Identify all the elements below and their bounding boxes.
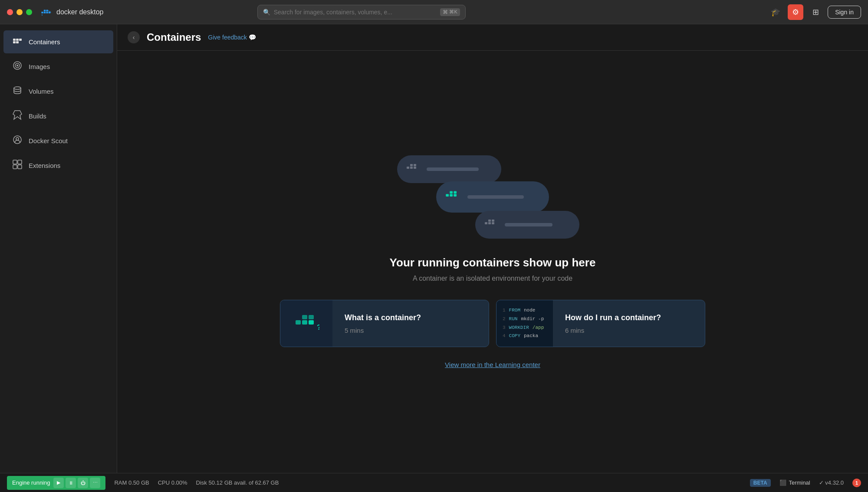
empty-state: Your running containers show up here A c… — [117, 51, 868, 473]
search-bar[interactable]: 🔍 Search for images, containers, volumes… — [257, 5, 466, 20]
engine-status: Engine running ▶ ⏸ ⏻ ⋯ — [7, 476, 105, 490]
svg-point-17 — [16, 138, 19, 140]
empty-subtitle: A container is an isolated environment f… — [413, 275, 572, 282]
settings-button[interactable]: ⚙ — [788, 4, 803, 20]
svg-rect-2 — [46, 11, 48, 13]
svg-rect-7 — [13, 39, 16, 41]
view-more-link[interactable]: View more in the Learning center — [445, 361, 540, 368]
svg-rect-18 — [13, 160, 17, 164]
sidebar-item-label: Docker Scout — [29, 137, 68, 144]
feedback-icon: 💬 — [249, 34, 256, 41]
svg-rect-23 — [410, 167, 413, 169]
terminal-button[interactable]: ⬛ Terminal — [779, 479, 810, 486]
ram-info: RAM 0.50 GB — [114, 479, 149, 486]
terminal-label: Terminal — [789, 479, 810, 486]
svg-rect-9 — [19, 39, 22, 41]
content-header: ‹ Containers Give feedback 💬 — [117, 24, 868, 51]
code-line-1: 1 FROM node — [503, 306, 547, 315]
svg-rect-36 — [492, 220, 494, 222]
svg-rect-34 — [492, 222, 494, 224]
cards-row: ? What is a container? 5 mins 1 FROM — [280, 300, 705, 347]
graduate-button[interactable]: 🎓 — [768, 4, 783, 20]
svg-rect-19 — [18, 160, 22, 164]
code-line-4: 4 COPY packa — [503, 332, 547, 341]
svg-rect-11 — [16, 41, 19, 43]
sidebar-item-images[interactable]: Images — [3, 55, 113, 78]
terminal-icon: ⬛ — [779, 479, 786, 486]
sidebar-item-label: Images — [29, 63, 50, 70]
svg-point-14 — [16, 65, 18, 66]
svg-rect-28 — [450, 194, 453, 197]
svg-rect-25 — [410, 164, 413, 166]
sidebar-item-containers[interactable]: Containers — [3, 30, 113, 53]
svg-rect-32 — [485, 222, 487, 224]
feedback-link[interactable]: Give feedback 💬 — [208, 34, 256, 41]
title-bar: docker desktop 🔍 Search for images, cont… — [0, 0, 868, 24]
engine-status-label: Engine running — [12, 479, 50, 486]
svg-rect-38 — [302, 320, 307, 325]
svg-rect-31 — [454, 191, 457, 194]
sidebar-item-extensions[interactable]: Extensions — [3, 154, 113, 177]
status-bar: Engine running ▶ ⏸ ⏻ ⋯ RAM 0.50 GB CPU 0… — [0, 473, 868, 492]
code-line-2: 2 RUN mkdir -p — [503, 315, 547, 324]
svg-rect-4 — [44, 10, 46, 11]
disk-info: Disk 50.12 GB avail. of 62.67 GB — [196, 479, 279, 486]
learn-card-what-is-container[interactable]: ? What is a container? 5 mins — [280, 300, 489, 347]
main-layout: Containers Images Volumes — [0, 24, 868, 473]
collapse-button[interactable]: ‹ — [128, 31, 140, 43]
close-button[interactable] — [7, 9, 13, 15]
page-title: Containers — [147, 31, 201, 43]
svg-rect-0 — [41, 11, 43, 13]
engine-more-button[interactable]: ⋯ — [90, 478, 100, 488]
card-content-2: How do I run a container? 6 mins — [553, 300, 673, 347]
engine-power-button[interactable]: ⏻ — [78, 478, 88, 488]
notification-badge[interactable]: 1 — [852, 479, 861, 487]
sidebar-item-docker-scout[interactable]: Docker Scout — [3, 129, 113, 152]
svg-text:?: ? — [317, 324, 319, 331]
illustration-pill-2 — [436, 181, 549, 213]
docker-logo: docker desktop — [41, 7, 104, 17]
containers-icon — [12, 36, 23, 48]
cpu-info: CPU 0.00% — [158, 479, 187, 486]
svg-point-6 — [42, 14, 43, 15]
code-preview: 1 FROM node 2 RUN mkdir -p 3 WORKDIR — [496, 300, 553, 347]
card-duration-2: 6 mins — [565, 327, 661, 334]
containers-illustration — [371, 155, 614, 242]
sidebar-item-volumes[interactable]: Volumes — [3, 80, 113, 103]
extensions-icon — [12, 159, 23, 172]
card-icon-area-1: ? — [280, 300, 332, 347]
builds-icon — [12, 110, 23, 122]
card-content-1: What is a container? 5 mins — [332, 300, 433, 347]
sidebar-item-builds[interactable]: Builds — [3, 105, 113, 128]
empty-title: Your running containers show up here — [390, 256, 596, 269]
svg-rect-30 — [450, 191, 453, 194]
app-name: docker desktop — [56, 8, 104, 16]
content-area: ‹ Containers Give feedback 💬 — [117, 24, 868, 473]
maximize-button[interactable] — [26, 9, 32, 15]
sidebar-item-label: Containers — [29, 38, 60, 46]
volumes-icon — [12, 85, 23, 98]
sidebar-item-label: Volumes — [29, 88, 54, 95]
version-text: ✓ v4.32.0 — [819, 479, 844, 486]
search-kbd: ⌘⌘K — [440, 8, 460, 16]
grid-button[interactable]: ⊞ — [808, 4, 823, 20]
sidebar-item-label: Builds — [29, 112, 46, 120]
svg-point-15 — [14, 87, 21, 89]
sign-in-button[interactable]: Sign in — [828, 6, 861, 19]
version-info: ✓ v4.32.0 — [819, 479, 844, 486]
svg-rect-33 — [488, 222, 491, 224]
minimize-button[interactable] — [16, 9, 23, 15]
engine-pause-button[interactable]: ⏸ — [66, 478, 76, 488]
card-duration-1: 5 mins — [345, 327, 421, 334]
svg-rect-24 — [414, 167, 416, 169]
card-title-2: How do I run a container? — [565, 313, 661, 322]
learn-card-how-to-run[interactable]: 1 FROM node 2 RUN mkdir -p 3 WORKDIR — [496, 300, 705, 347]
svg-rect-40 — [302, 315, 307, 319]
svg-rect-22 — [407, 167, 409, 169]
svg-rect-1 — [44, 11, 46, 13]
sidebar-item-label: Extensions — [29, 162, 60, 169]
images-icon — [12, 60, 23, 73]
sidebar: Containers Images Volumes — [0, 24, 117, 473]
engine-play-button[interactable]: ▶ — [53, 478, 64, 488]
svg-rect-21 — [18, 165, 22, 169]
